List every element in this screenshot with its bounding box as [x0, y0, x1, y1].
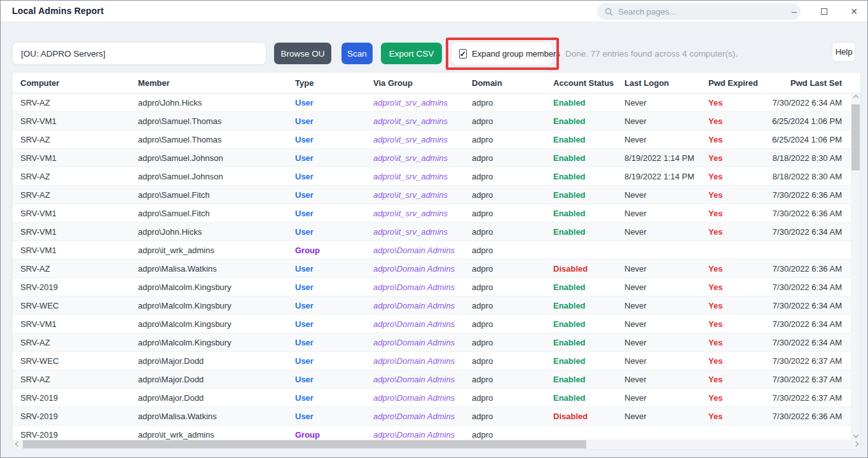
cell-domain: adpro [464, 356, 546, 366]
toolbar: Browse OU Scan Export CSV ✓ Expand group… [1, 22, 867, 72]
table-row[interactable]: SRV-WECadpro\Malcolm.KingsburyUseradpro\… [13, 296, 851, 315]
cell-domain: adpro [464, 301, 546, 310]
cell-type: User [287, 356, 366, 366]
column-header-member[interactable]: Member [130, 78, 287, 88]
cell-account-status: Enabled [546, 153, 617, 163]
column-header-pwd-last-set[interactable]: Pwd Last Set [764, 78, 852, 88]
cell-member: adpro\Samuel.Fitch [130, 190, 287, 200]
cell-member: adpro\Major.Dodd [130, 393, 287, 403]
cell-type: User [287, 319, 366, 329]
cell-member: adpro\John.Hicks [130, 227, 287, 237]
table-row[interactable]: SRV-AZadpro\John.HicksUseradpro\it_srv_a… [13, 94, 851, 112]
table-row[interactable]: SRV-2019adpro\Malisa.WatkinsUseradpro\Do… [13, 407, 851, 426]
cell-pwd-expired: Yes [701, 153, 764, 163]
cell-type: User [287, 375, 366, 384]
horizontal-scrollbar[interactable] [12, 440, 861, 450]
cell-type: User [287, 153, 366, 163]
cell-pwd-last-set: 7/30/2022 6:34 AM [764, 301, 851, 310]
table-row[interactable]: SRV-AZadpro\Malisa.WatkinsUseradpro\Doma… [13, 260, 851, 278]
export-csv-button[interactable]: Export CSV [381, 43, 442, 64]
cell-via-group: adpro\it_srv_admins [366, 153, 464, 163]
table-row[interactable]: SRV-2019adpro\Major.DoddUseradpro\Domain… [13, 389, 851, 407]
close-icon[interactable]: ✕ [847, 4, 861, 19]
vertical-scrollbar-thumb[interactable] [851, 104, 860, 170]
expand-group-members-label: Expand group members [472, 49, 560, 59]
cell-computer: SRV-AZ [13, 375, 130, 384]
ou-path-input[interactable] [12, 42, 266, 65]
cell-member: adpro\Malcolm.Kingsbury [130, 338, 287, 347]
cell-last-logon: Never [617, 319, 701, 329]
cell-via-group: adpro\Domain Admins [366, 319, 464, 329]
table-row[interactable]: SRV-VM1adpro\Samuel.ThomasUseradpro\it_s… [13, 112, 851, 130]
cell-last-logon: Never [617, 338, 701, 347]
column-header-computer[interactable]: Computer [13, 78, 130, 88]
cell-last-logon: Never [617, 356, 701, 366]
cell-domain: adpro [464, 319, 546, 329]
table-row[interactable]: SRV-2019adpro\it_wrk_adminsGroupadpro\Do… [13, 426, 851, 440]
scan-button[interactable]: Scan [341, 43, 373, 64]
cell-computer: SRV-AZ [13, 264, 130, 274]
cell-domain: adpro [464, 172, 546, 181]
cell-domain: adpro [464, 264, 546, 274]
cell-domain: adpro [464, 209, 546, 218]
cell-domain: adpro [464, 338, 546, 347]
app-window: Local Admins Report Search pages... – ✕ … [0, 0, 868, 458]
cell-last-logon: Never [617, 135, 701, 144]
maximize-icon[interactable] [817, 4, 831, 19]
status-text: Done. 77 entries found across 4 computer… [565, 49, 738, 59]
table-row[interactable]: SRV-AZadpro\Malcolm.KingsburyUseradpro\D… [13, 333, 851, 352]
column-header-type[interactable]: Type [287, 78, 366, 88]
cell-pwd-expired: Yes [701, 301, 764, 310]
table-row[interactable]: SRV-VM1adpro\Malcolm.KingsburyUseradpro\… [13, 315, 851, 333]
cell-computer: SRV-2019 [13, 412, 130, 421]
cell-computer: SRV-2019 [13, 282, 130, 292]
cell-account-status: Enabled [546, 190, 617, 200]
cell-pwd-expired: Yes [701, 375, 764, 384]
checkbox-checked-icon[interactable]: ✓ [459, 49, 467, 59]
cell-pwd-expired: Yes [701, 135, 764, 144]
search-input[interactable]: Search pages... [597, 3, 801, 20]
column-header-last-logon[interactable]: Last Logon [617, 78, 701, 88]
table-row[interactable]: SRV-AZadpro\Samuel.JohnsonUseradpro\it_s… [13, 167, 851, 186]
column-header-account-status[interactable]: Account Status [546, 78, 617, 88]
cell-type: User [287, 412, 366, 421]
results-table: ComputerMemberTypeVia GroupDomainAccount… [12, 72, 861, 440]
table-row[interactable]: SRV-WECadpro\Major.DoddUseradpro\Domain … [13, 352, 851, 370]
cell-pwd-last-set: 6/25/2024 1:06 PM [764, 135, 851, 144]
table-row[interactable]: SRV-VM1adpro\Samuel.JohnsonUseradpro\it_… [13, 149, 851, 167]
table-row[interactable]: SRV-AZadpro\Samuel.FitchUseradpro\it_srv… [13, 186, 851, 204]
cell-via-group: adpro\it_srv_admins [366, 135, 464, 144]
cell-pwd-last-set: 8/18/2022 8:30 AM [764, 172, 851, 181]
expand-group-members-checkbox[interactable]: ✓ Expand group members [451, 42, 553, 66]
table-row[interactable]: SRV-VM1adpro\Samuel.FitchUseradpro\it_sr… [13, 204, 851, 223]
cell-pwd-last-set: 7/30/2022 6:36 AM [764, 190, 851, 200]
cell-computer: SRV-AZ [13, 190, 130, 200]
cell-type: User [287, 98, 366, 108]
cell-pwd-last-set: 7/30/2022 6:34 AM [764, 98, 851, 108]
cell-last-logon: Never [617, 98, 701, 108]
help-button[interactable]: Help [832, 42, 856, 62]
cell-domain: adpro [464, 375, 546, 384]
table-row[interactable]: SRV-VM1adpro\John.HicksUseradpro\it_srv_… [13, 223, 851, 241]
cell-type: User [287, 116, 366, 126]
browse-ou-button[interactable]: Browse OU [274, 43, 331, 64]
horizontal-scrollbar-thumb[interactable] [23, 440, 586, 448]
column-header-domain[interactable]: Domain [464, 78, 546, 88]
scroll-up-icon[interactable] [851, 94, 860, 103]
cell-via-group: adpro\Domain Admins [366, 430, 464, 440]
cell-type: Group [287, 430, 366, 440]
table-row[interactable]: SRV-AZadpro\Samuel.ThomasUseradpro\it_sr… [13, 130, 851, 149]
column-header-pwd-expired[interactable]: Pwd Expired [701, 78, 764, 88]
table-row[interactable]: SRV-AZadpro\Major.DoddUseradpro\Domain A… [13, 370, 851, 389]
table-row[interactable]: SRV-VM1adpro\it_wrk_adminsGroupadpro\Dom… [13, 241, 851, 260]
cell-computer: SRV-AZ [13, 338, 130, 347]
minimize-icon[interactable]: – [787, 4, 801, 19]
table-row[interactable]: SRV-2019adpro\Malcolm.KingsburyUseradpro… [13, 278, 851, 296]
scroll-right-icon[interactable] [851, 440, 860, 448]
cell-computer: SRV-VM1 [13, 227, 130, 237]
column-header-via-group[interactable]: Via Group [366, 78, 464, 88]
scroll-left-icon[interactable] [13, 440, 22, 448]
cell-member: adpro\Malcolm.Kingsbury [130, 319, 287, 329]
scroll-down-icon[interactable] [851, 430, 860, 440]
vertical-scrollbar[interactable] [851, 94, 860, 440]
